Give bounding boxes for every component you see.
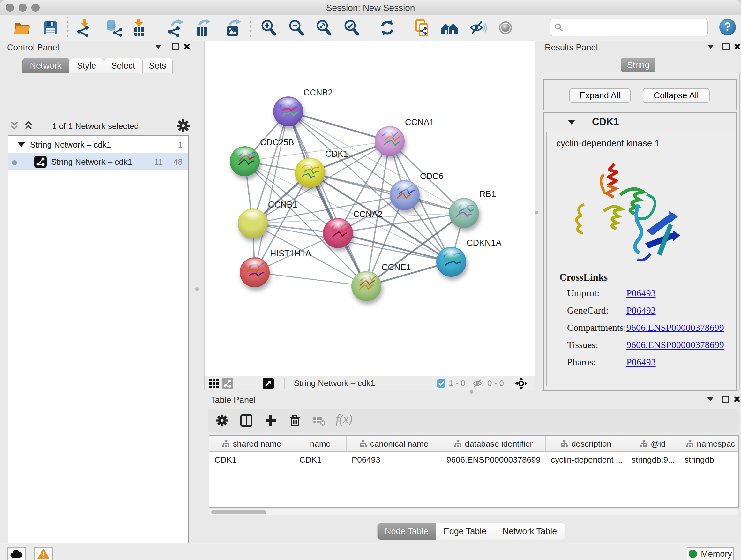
- network-node-cdc6[interactable]: [390, 180, 420, 210]
- import-network-file-icon[interactable]: [75, 19, 93, 37]
- tree-collapse-icon[interactable]: [18, 142, 25, 147]
- zoom-out-icon[interactable]: [287, 19, 306, 37]
- panel-float-icon[interactable]: [722, 43, 730, 51]
- network-canvas[interactable]: CCNB2CCNA1CDC25BCDK1CDC6RB1CCNB1CCNA2CDK…: [204, 41, 535, 376]
- crosslink-link[interactable]: 9606.ENSP00000378699: [626, 339, 724, 350]
- column-header-description[interactable]: description: [546, 436, 626, 451]
- table-cell[interactable]: stringdb:9...: [626, 452, 679, 468]
- table-cell[interactable]: P06493: [347, 452, 441, 468]
- table-cell[interactable]: CDK1: [294, 452, 347, 468]
- tab-network-table[interactable]: Network Table: [494, 523, 565, 540]
- network-list-gear-icon[interactable]: [176, 119, 190, 135]
- cloud-button[interactable]: [7, 547, 25, 560]
- grid-view-icon[interactable]: [209, 379, 219, 389]
- delete-table-icon[interactable]: [313, 414, 326, 427]
- table-cell[interactable]: CDK1: [209, 452, 294, 468]
- network-node-hist1h1a[interactable]: [240, 257, 270, 287]
- panel-float-icon[interactable]: [172, 43, 179, 51]
- table-cell[interactable]: cyclin-dependent ...: [546, 452, 626, 468]
- delete-column-icon[interactable]: [288, 414, 301, 427]
- export-image-icon[interactable]: [224, 19, 242, 37]
- tab-edge-table[interactable]: Edge Table: [436, 523, 494, 540]
- help-button[interactable]: ?: [719, 19, 736, 36]
- network-edge[interactable]: [255, 272, 366, 286]
- external-link-icon[interactable]: [263, 378, 274, 390]
- refresh-view-icon[interactable]: [379, 19, 396, 37]
- show-all-icon[interactable]: [496, 19, 515, 37]
- collapse-all-button[interactable]: Collapse All: [643, 88, 710, 103]
- panel-close-icon[interactable]: [734, 43, 741, 50]
- tab-sets[interactable]: Sets: [142, 58, 173, 73]
- network-node-cdkn1a[interactable]: [436, 247, 466, 277]
- hide-selected-icon[interactable]: [469, 19, 487, 37]
- network-edge[interactable]: [288, 111, 390, 141]
- selected-checkbox-icon[interactable]: [437, 379, 446, 389]
- panel-close-icon[interactable]: [183, 43, 190, 50]
- import-table-file-icon[interactable]: [130, 19, 148, 37]
- hidden-eye-slash-icon[interactable]: [473, 379, 485, 389]
- memory-button[interactable]: Memory: [687, 547, 734, 560]
- column-header-name[interactable]: name: [294, 436, 347, 451]
- panel-menu-icon[interactable]: [708, 45, 714, 49]
- new-annotation-icon[interactable]: [413, 19, 431, 37]
- network-edge[interactable]: [255, 111, 288, 272]
- panel-float-icon[interactable]: [722, 395, 729, 403]
- tab-network[interactable]: Network: [22, 58, 69, 73]
- apply-function-icon[interactable]: f(x): [336, 412, 353, 426]
- first-neighbors-icon[interactable]: [441, 19, 458, 37]
- crosslink-link[interactable]: 9606.ENSP00000378699: [626, 322, 724, 333]
- open-session-icon[interactable]: [13, 19, 30, 37]
- export-network-icon[interactable]: [167, 19, 185, 37]
- column-header-canonical-name[interactable]: canonical name: [347, 436, 441, 451]
- network-edge[interactable]: [288, 111, 366, 286]
- zoom-in-icon[interactable]: [260, 19, 278, 37]
- column-type-icon: [640, 440, 648, 448]
- table-row[interactable]: CDK1CDK1P064939606.ENSP00000378699cyclin…: [209, 452, 738, 468]
- node-label-ccnb2: CCNB2: [304, 88, 333, 98]
- column-header-namespac[interactable]: namespac: [679, 436, 739, 451]
- export-table-icon[interactable]: [194, 19, 212, 37]
- panel-menu-icon[interactable]: [707, 397, 714, 401]
- show-columns-icon[interactable]: [240, 414, 253, 427]
- network-node-rb1[interactable]: [449, 198, 479, 228]
- table-cell[interactable]: 9606.ENSP00000378699: [441, 452, 546, 468]
- crosslink-link[interactable]: P06493: [626, 288, 656, 299]
- network-node-ccnb2[interactable]: [273, 97, 303, 126]
- scrollbar-thumb[interactable]: [211, 510, 266, 514]
- column-header--id[interactable]: @id: [626, 436, 679, 451]
- expand-all-button[interactable]: Expand All: [569, 88, 630, 103]
- share-view-icon[interactable]: [222, 378, 233, 390]
- right-splitter-handle[interactable]: [535, 211, 538, 214]
- tab-style[interactable]: Style: [69, 58, 104, 73]
- gene-collapse-icon[interactable]: [568, 120, 575, 125]
- column-header-database-identifier[interactable]: database identifier: [441, 436, 546, 451]
- tab-node-table[interactable]: Node Table: [378, 523, 436, 540]
- column-header-shared-name[interactable]: shared name: [209, 436, 294, 451]
- network-node-cdk1[interactable]: [295, 158, 325, 188]
- left-splitter-handle[interactable]: [195, 287, 199, 291]
- import-network-database-icon[interactable]: [105, 19, 123, 37]
- warning-button[interactable]: [34, 547, 53, 560]
- save-session-icon[interactable]: [42, 19, 59, 37]
- zoom-selected-icon[interactable]: [343, 19, 360, 37]
- network-tree-child-row[interactable]: String Network – cdk1 11 48: [8, 153, 188, 171]
- tab-string[interactable]: String: [621, 58, 656, 72]
- crosslink-link[interactable]: P06493: [626, 357, 656, 368]
- zoom-fit-icon[interactable]: [315, 19, 333, 37]
- table-settings-gear-icon[interactable]: [216, 414, 228, 427]
- add-column-icon[interactable]: [264, 414, 277, 427]
- crosslink-link[interactable]: P06493: [626, 305, 656, 316]
- panel-close-icon[interactable]: [733, 395, 740, 402]
- network-tree-root-row[interactable]: String Network – cdk1 1: [8, 136, 188, 153]
- search-input[interactable]: [549, 18, 708, 37]
- tab-select[interactable]: Select: [104, 58, 142, 73]
- table-horizontal-scrollbar[interactable]: [209, 509, 738, 515]
- network-node-ccne1[interactable]: [351, 271, 381, 301]
- network-node-ccna1[interactable]: [375, 126, 405, 156]
- network-node-ccna2[interactable]: [323, 218, 353, 248]
- network-node-cdc25b[interactable]: [230, 146, 260, 176]
- panel-menu-icon[interactable]: [155, 45, 161, 49]
- birds-eye-view-icon[interactable]: [515, 377, 528, 391]
- table-cell[interactable]: stringdb: [679, 452, 739, 468]
- network-node-ccnb1[interactable]: [238, 208, 268, 239]
